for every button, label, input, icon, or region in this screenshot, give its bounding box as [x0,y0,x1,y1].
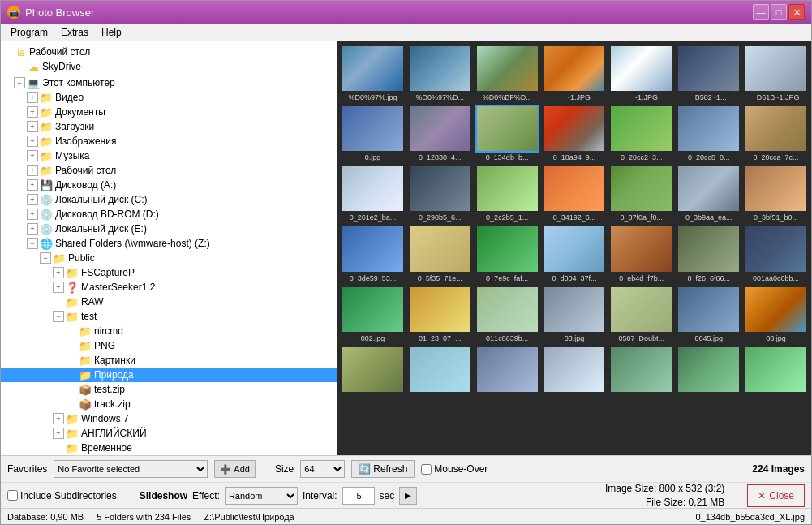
tree-item-fscapture[interactable]: +📁FSCaptureP [1,265,337,280]
folder-tree[interactable]: 🖥Рабочий стол☁SkyDrive−💻Этот компьютер+📁… [1,41,337,455]
tree-toggle-docs[interactable]: + [27,106,38,118]
tree-item-docs[interactable]: +📁Документы [1,105,337,119]
tree-item-video[interactable]: +📁Видео [1,90,337,105]
close-button[interactable]: ✕ Close [747,484,805,507]
photo-item-19[interactable]: 0_3b9aa_ea... [677,165,741,222]
photo-item-24[interactable]: 0_d004_37f... [543,225,607,282]
photo-item-13[interactable]: 0_20cca_7c... [744,105,808,161]
photo-item-3[interactable]: __~1.JPG [543,45,607,101]
mouse-over-checkbox[interactable] [421,464,432,475]
tree-item-images[interactable]: +📁Изображения [1,134,337,148]
tree-toggle-english[interactable]: + [53,428,64,439]
tree-toggle-thispc[interactable]: − [14,77,25,88]
photo-item-39[interactable] [609,346,673,394]
tree-toggle-fscapture[interactable]: + [53,267,64,278]
photo-item-6[interactable]: _D61B~1.JPG [744,45,808,101]
tree-item-english[interactable]: +📁АНГЛИЙСКИЙ [1,426,337,441]
photo-item-17[interactable]: 0_34192_6... [543,165,607,222]
tree-item-raw[interactable]: 📁RAW [1,295,337,309]
tree-item-shared[interactable]: −🌐Shared Folders (\\vmware-host) (Z:) [1,236,337,251]
minimize-button[interactable]: — [753,4,769,20]
tree-item-kartinki[interactable]: 📁Картинки [1,353,337,368]
photo-item-29[interactable]: 01_23_07_... [408,286,472,342]
photo-item-1[interactable]: %D0%97%D... [408,45,472,101]
photo-item-22[interactable]: 0_5f35_71e... [408,225,472,282]
tree-toggle-shared[interactable]: − [27,238,38,249]
tree-item-desktop[interactable]: 🖥Рабочий стол [1,45,337,59]
photo-item-37[interactable] [475,346,539,394]
photo-item-12[interactable]: 0_20cc8_8... [677,105,741,161]
photo-item-41[interactable] [744,346,808,394]
tree-toggle-public[interactable]: − [40,252,51,264]
include-subdirectories-label[interactable]: Include Subdirectories [7,490,117,501]
menu-extras[interactable]: Extras [54,25,95,40]
photo-item-25[interactable]: 0_eb4d_f7b... [609,225,673,282]
tree-toggle-music[interactable]: + [27,150,38,161]
tree-toggle-images[interactable]: + [27,136,38,147]
interval-input[interactable] [342,487,375,505]
photo-item-32[interactable]: 0507_Doubt... [609,286,673,342]
add-favorite-button[interactable]: ➕ Add [214,460,256,478]
photo-item-10[interactable]: 0_18a94_9... [543,105,607,161]
tree-toggle-diskd[interactable]: + [27,209,38,220]
tree-toggle-masterseeker[interactable]: + [53,282,64,293]
tree-toggle-video[interactable]: + [27,92,38,103]
tree-toggle-test[interactable]: − [53,311,64,322]
tree-item-test[interactable]: −📁test [1,309,337,324]
photo-item-27[interactable]: 001aa0c6bb... [744,225,808,282]
tree-toggle-desktopf[interactable]: + [27,165,38,176]
photo-item-16[interactable]: 0_2c2b5_1... [475,165,539,222]
tree-toggle-diska[interactable]: + [27,179,38,191]
photo-item-4[interactable]: __~1.JPG [609,45,673,101]
tree-item-diska[interactable]: +💾Дисковод (A:) [1,178,337,192]
tree-item-nircmd[interactable]: 📁nircmd [1,324,337,338]
tree-item-music[interactable]: +📁Музыка [1,148,337,163]
photo-item-0[interactable]: %D0%97%.jpg [341,45,405,101]
refresh-button[interactable]: 🔄 Refresh [351,460,415,478]
tree-item-masterseeker[interactable]: +❓MasterSeeker1.2 [1,280,337,295]
tree-item-diske[interactable]: +💿Локальный диск (E:) [1,222,337,236]
tree-item-win7[interactable]: +📁Windows 7 [1,411,337,426]
tree-item-png[interactable]: 📁PNG [1,338,337,353]
play-button[interactable]: ▶ [399,487,417,505]
photo-item-35[interactable] [341,346,405,394]
photo-item-2[interactable]: %D0%BF%D... [475,45,539,101]
photo-item-20[interactable]: 0_3bf51_b0... [744,165,808,222]
tree-item-testzip[interactable]: 📦test.zip [1,382,337,397]
photo-item-14[interactable]: 0_261e2_ba... [341,165,405,222]
maximize-button[interactable]: □ [771,4,787,20]
photo-item-36[interactable] [408,346,472,394]
photo-item-11[interactable]: 0_20cc2_3... [609,105,673,161]
photo-item-23[interactable]: 0_7e9c_faf... [475,225,539,282]
tree-item-downloads[interactable]: +📁Загрузки [1,119,337,134]
tree-item-diskd[interactable]: +💿Дисковод BD-ROM (D:) [1,207,337,222]
photo-item-28[interactable]: 002.jpg [341,286,405,342]
tree-item-skydrive[interactable]: ☁SkyDrive [1,59,337,74]
photo-item-38[interactable] [543,346,607,394]
photo-item-33[interactable]: 0645.jpg [677,286,741,342]
photo-item-15[interactable]: 0_298b5_6... [408,165,472,222]
photo-item-40[interactable] [677,346,741,394]
window-close-button[interactable]: ✕ [788,4,805,20]
size-select[interactable]: 64 [300,460,345,478]
photo-item-31[interactable]: 03.jpg [543,286,607,342]
photo-grid-panel[interactable]: %D0%97%.jpg%D0%97%D...%D0%BF%D...__~1.JP… [337,41,811,455]
photo-item-26[interactable]: 0_f26_6f66... [677,225,741,282]
photo-item-8[interactable]: 0_12830_4... [408,105,472,161]
photo-item-21[interactable]: 0_3de59_53... [341,225,405,282]
tree-toggle-diske[interactable]: + [27,223,38,235]
photo-item-9[interactable]: 0_134db_b... [475,105,539,161]
tree-toggle-diskc[interactable]: + [27,194,38,205]
photo-item-34[interactable]: 08.jpg [744,286,808,342]
menu-help[interactable]: Help [95,25,128,40]
menu-program[interactable]: Program [4,25,54,40]
tree-item-trackzip[interactable]: 📦track.zip [1,397,337,411]
photo-item-7[interactable]: 0.jpg [341,105,405,161]
photo-item-18[interactable]: 0_37f0a_f0... [609,165,673,222]
photo-item-5[interactable]: _B582~1... [677,45,741,101]
tree-toggle-win7[interactable]: + [53,413,64,424]
tree-item-diskc[interactable]: +💿Локальный диск (C:) [1,192,337,207]
tree-item-priroda[interactable]: 📁Природа [1,368,337,382]
photo-item-30[interactable]: 011c8639b... [475,286,539,342]
tree-toggle-downloads[interactable]: + [27,121,38,132]
